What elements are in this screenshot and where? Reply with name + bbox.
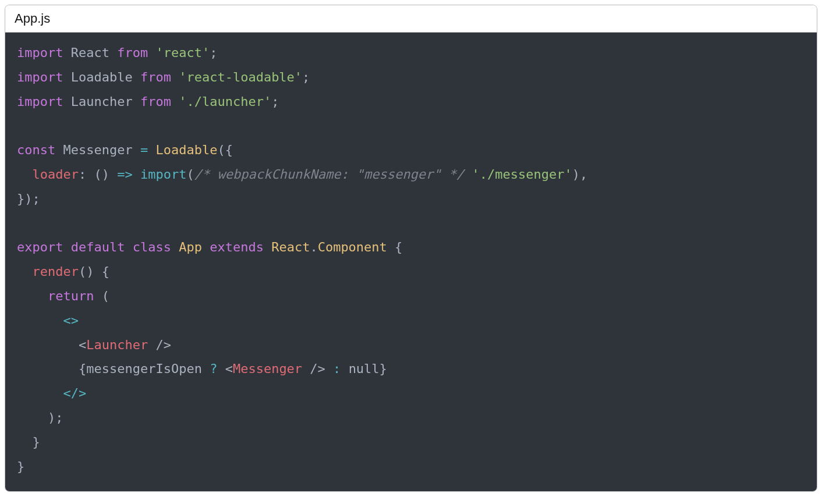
- brace: {: [94, 264, 109, 279]
- indent: [17, 338, 79, 352]
- indent: [17, 167, 33, 182]
- ident-loadable: Loadable: [71, 70, 133, 84]
- component: Component: [318, 240, 387, 254]
- op-q: ?: [202, 361, 225, 376]
- ident-messengerisopen: messengerIsOpen: [86, 361, 202, 376]
- kw-from: from: [140, 94, 171, 109]
- frag-lt: <: [63, 313, 70, 328]
- parens: (): [79, 264, 94, 279]
- frag-lt: <: [63, 386, 70, 400]
- brace: {: [387, 240, 403, 254]
- arrow: =>: [117, 167, 133, 182]
- str-messenger: './messenger': [472, 167, 572, 182]
- semi: ;: [271, 94, 279, 109]
- jsx-rb: }: [380, 361, 387, 376]
- tag-lt: <: [79, 338, 86, 352]
- kw-const: const: [17, 143, 55, 157]
- open-paren: (: [186, 167, 194, 182]
- frag-slash: /: [71, 386, 79, 400]
- comment-webpack: /* webpackChunkName: "messenger" */: [194, 167, 465, 182]
- kw-from: from: [117, 45, 148, 60]
- kw-from: from: [140, 70, 171, 84]
- tag-lt: <: [225, 361, 233, 376]
- open: (: [94, 289, 109, 303]
- indent: [17, 386, 63, 400]
- frag-gt: >: [79, 386, 86, 400]
- ident-messenger: Messenger: [63, 143, 132, 157]
- kw-extends: extends: [210, 240, 264, 254]
- indent: [17, 410, 48, 425]
- react-ns: React: [271, 240, 310, 254]
- semi: ;: [210, 45, 217, 60]
- brace: }: [17, 459, 24, 474]
- indent: [17, 313, 63, 328]
- kw-import: import: [17, 45, 63, 60]
- str-react: 'react': [155, 45, 210, 60]
- kw-import: import: [17, 70, 63, 84]
- open: ({: [217, 143, 233, 157]
- kw-import: import: [17, 94, 63, 109]
- kw-export: export: [17, 240, 63, 254]
- close: });: [17, 191, 40, 206]
- fn-render: render: [33, 264, 79, 279]
- tag-selfclose: />: [148, 338, 171, 352]
- str-launcher: './launcher': [179, 94, 271, 109]
- semi: ;: [302, 70, 310, 84]
- kw-default: default: [71, 240, 125, 254]
- code-filename: App.js: [5, 5, 817, 33]
- ident-react: React: [71, 45, 109, 60]
- prop-loader: loader: [33, 167, 79, 182]
- dyn-import: import: [140, 167, 186, 182]
- indent: [17, 264, 33, 279]
- op-eq: =: [140, 143, 148, 157]
- dot: .: [310, 240, 317, 254]
- op-colon: :: [325, 361, 349, 376]
- tag-launcher: Launcher: [86, 338, 148, 352]
- indent: [17, 289, 48, 303]
- call-loadable: Loadable: [155, 143, 217, 157]
- jsx-lb: {: [79, 361, 86, 376]
- indent: [17, 435, 33, 449]
- str-loadable: 'react-loadable': [179, 70, 302, 84]
- ident-launcher: Launcher: [71, 94, 133, 109]
- brace: }: [33, 435, 40, 449]
- null: null: [349, 361, 380, 376]
- class-app: App: [179, 240, 202, 254]
- close-paren: ),: [572, 167, 588, 182]
- parens: (): [94, 167, 109, 182]
- close: );: [48, 410, 63, 425]
- tag-selfclose: />: [302, 361, 325, 376]
- code-body: import React from 'react'; import Loadab…: [5, 33, 817, 491]
- kw-class: class: [133, 240, 171, 254]
- kw-return: return: [48, 289, 94, 303]
- indent: [17, 361, 79, 376]
- frag-gt: >: [71, 313, 79, 328]
- tag-messenger: Messenger: [233, 361, 302, 376]
- colon: :: [79, 167, 86, 182]
- code-block: App.js import React from 'react'; import…: [5, 5, 817, 492]
